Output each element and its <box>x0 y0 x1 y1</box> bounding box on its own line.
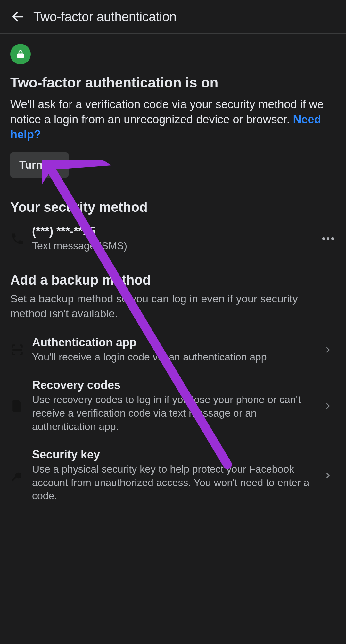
backup-heading: Add a backup method <box>10 272 336 288</box>
auth-app-icon <box>10 343 32 357</box>
lock-icon <box>16 49 25 59</box>
chevron-right-icon <box>320 345 336 354</box>
backup-item-title: Security key <box>32 448 317 461</box>
divider <box>10 262 336 262</box>
more-horizontal-icon <box>322 237 334 240</box>
header-bar: Two-factor authentication <box>0 0 346 34</box>
turn-off-button[interactable]: Turn off <box>10 152 69 178</box>
document-icon <box>10 399 32 413</box>
page-title: Two-factor authentication <box>33 10 177 24</box>
backup-item-recovery-codes[interactable]: Recovery codes Use recovery codes to log… <box>10 373 336 442</box>
phone-number-masked: (***) ***-**15 <box>32 225 317 238</box>
chevron-right-icon <box>320 401 336 410</box>
chevron-right-icon <box>320 471 336 480</box>
backup-item-auth-app[interactable]: Authentication app You'll receive a logi… <box>10 330 336 373</box>
status-badge <box>10 44 31 64</box>
content-area: Two-factor authentication is on We'll as… <box>0 34 346 522</box>
backup-item-sub: You'll receive a login code via an authe… <box>32 351 317 364</box>
status-title: Two-factor authentication is on <box>10 75 336 91</box>
security-method-row[interactable]: (***) ***-**15 Text message (SMS) <box>10 219 336 262</box>
divider <box>10 189 336 189</box>
status-description: We'll ask for a verification code via yo… <box>10 97 336 142</box>
backup-description: Set a backup method so you can log in ev… <box>10 292 336 321</box>
back-button[interactable] <box>10 9 26 24</box>
backup-item-title: Recovery codes <box>32 378 317 392</box>
phone-method-label: Text message (SMS) <box>32 239 317 253</box>
status-description-text: We'll ask for a verification code via yo… <box>10 98 324 126</box>
backup-item-sub: Use a physical security key to help prot… <box>32 463 317 503</box>
arrow-left-icon <box>11 10 25 24</box>
phone-icon <box>10 232 32 246</box>
backup-item-security-key[interactable]: Security key Use a physical security key… <box>10 442 336 512</box>
security-method-heading: Your security method <box>10 200 336 215</box>
key-icon <box>10 468 32 483</box>
backup-item-title: Authentication app <box>32 336 317 349</box>
backup-item-sub: Use recovery codes to log in if you lose… <box>32 393 317 433</box>
more-options-button[interactable] <box>320 237 336 240</box>
